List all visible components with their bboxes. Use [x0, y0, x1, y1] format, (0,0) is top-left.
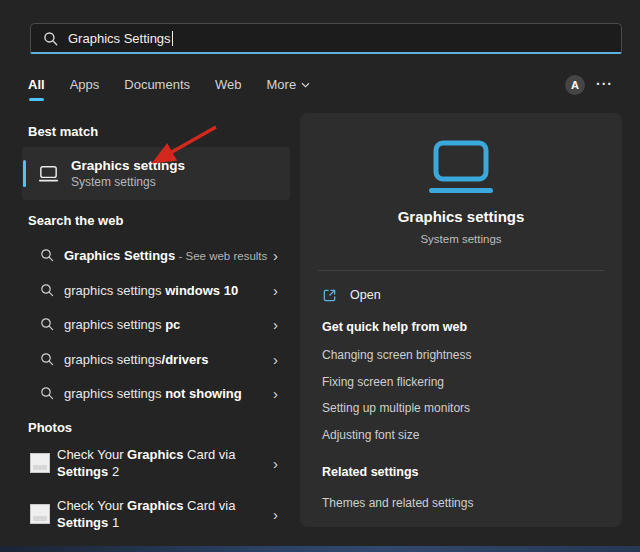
open-action[interactable]: Open [322, 283, 381, 307]
chevron-right-icon: › [273, 456, 278, 471]
chevron-right-icon: › [273, 507, 278, 522]
search-the-web-header: Search the web [28, 213, 123, 228]
quick-help-link-brightness[interactable]: Changing screen brightness [322, 348, 471, 362]
tab-apps[interactable]: Apps [70, 77, 100, 92]
photo-result-settings-2[interactable]: Check Your Graphics Card via Settings 2 … [22, 440, 290, 486]
web-suggestion-not-showing[interactable]: graphics settings not showing › [22, 376, 290, 410]
search-icon [43, 31, 58, 46]
search-input[interactable]: Graphics Settings [30, 23, 622, 54]
preview-title: Graphics settings [300, 208, 622, 225]
preview-subtitle: System settings [300, 233, 622, 245]
best-match-header: Best match [28, 124, 98, 139]
chevron-right-icon: › [273, 317, 278, 332]
windows-search-flyout: Graphics Settings All Apps Documents Web… [0, 0, 640, 552]
search-icon [40, 317, 54, 331]
tab-more[interactable]: More [267, 77, 311, 92]
tab-documents[interactable]: Documents [124, 77, 190, 92]
search-query-text: Graphics Settings [68, 31, 171, 46]
result-preview-panel: Graphics settings System settings Open G… [300, 113, 622, 527]
search-icon [40, 248, 54, 262]
open-label: Open [350, 288, 381, 302]
result-title: Graphics settings [71, 158, 185, 174]
photo-result-settings-1[interactable]: Check Your Graphics Card via Settings 1 … [22, 491, 290, 537]
desktop-wallpaper-edge [0, 546, 640, 552]
web-suggestion-pc[interactable]: graphics settings pc › [22, 307, 290, 341]
web-suggestion-windows-10[interactable]: graphics settings windows 10 › [22, 273, 290, 307]
divider [318, 270, 604, 271]
laptop-display-icon-large [425, 140, 497, 202]
photo-thumbnail [30, 453, 50, 473]
web-suggestion-drivers[interactable]: graphics settings/drivers › [22, 342, 290, 376]
chevron-right-icon: › [273, 248, 278, 263]
quick-help-link-font-size[interactable]: Adjusting font size [322, 428, 419, 442]
user-avatar[interactable]: A [565, 75, 585, 95]
selection-accent-bar [23, 160, 26, 187]
best-match-result-graphics-settings[interactable]: Graphics settings System settings [22, 147, 290, 200]
text-caret [172, 31, 173, 46]
quick-help-link-monitors[interactable]: Setting up multiple monitors [322, 401, 470, 415]
chevron-right-icon: › [273, 352, 278, 367]
photos-header: Photos [28, 420, 72, 435]
options-menu-icon[interactable]: ··· [596, 76, 613, 92]
chevron-right-icon: › [273, 386, 278, 401]
result-subtitle: System settings [71, 174, 185, 190]
tab-web[interactable]: Web [215, 77, 242, 92]
tab-all[interactable]: All [28, 77, 45, 92]
photo-thumbnail [30, 504, 50, 524]
chevron-right-icon: › [273, 283, 278, 298]
related-link-themes[interactable]: Themes and related settings [322, 496, 473, 510]
search-filter-tabs: All Apps Documents Web More [28, 77, 310, 92]
quick-help-header: Get quick help from web [322, 320, 467, 334]
search-icon [40, 386, 54, 400]
chevron-down-icon [301, 82, 310, 88]
quick-help-link-flickering[interactable]: Fixing screen flickering [322, 375, 444, 389]
search-icon [40, 283, 54, 297]
laptop-display-icon [37, 165, 60, 183]
related-settings-header: Related settings [322, 465, 419, 479]
search-icon [40, 352, 54, 366]
open-external-icon [322, 288, 337, 303]
web-suggestion-see-web-results[interactable]: Graphics Settings - See web results › [22, 238, 290, 272]
